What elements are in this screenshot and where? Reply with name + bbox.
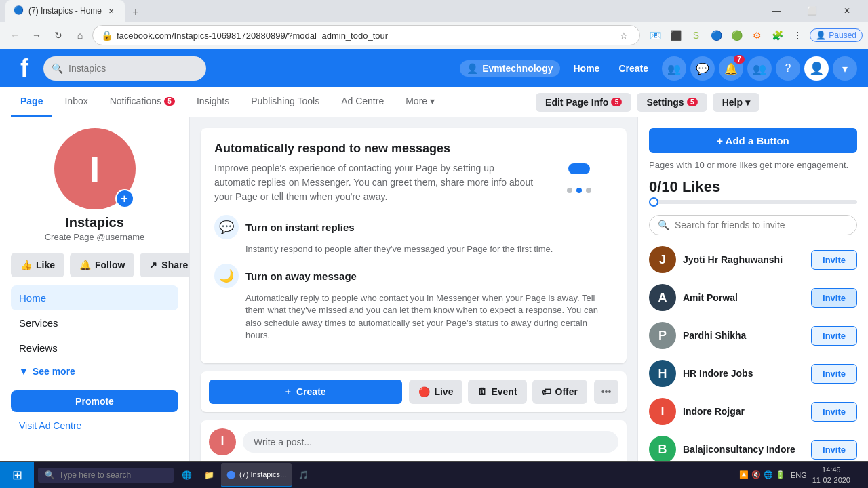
reload-btn[interactable]: ↻ (49, 26, 68, 45)
offer-btn[interactable]: 🏷 Offer (532, 380, 587, 404)
live-icon: 🔴 (418, 386, 430, 397)
create-btn[interactable]: + Create (209, 380, 402, 404)
invite-btn-4[interactable]: Invite (811, 364, 857, 384)
invite-search-input[interactable] (675, 220, 848, 230)
edit-page-btn[interactable]: Edit Page Info 5 (536, 93, 631, 112)
minimize-btn[interactable]: — (761, 0, 792, 22)
address-bar[interactable]: 🔒 facebook.com/Instapics-106981720880899… (92, 25, 640, 45)
promote-btn[interactable]: Promote (11, 390, 178, 412)
page-username: Create Page @username (45, 232, 145, 242)
sidebar-nav-reviews[interactable]: Reviews (11, 336, 178, 361)
browser-profile-btn[interactable]: 👤 Paused (810, 28, 863, 42)
active-tab[interactable]: 🔵 (7) Instapics - Home ✕ (5, 0, 125, 22)
start-btn[interactable]: ⊞ (0, 462, 34, 489)
taskbar-item-chrome[interactable]: ⬤ (7) Instapics... (221, 463, 292, 487)
close-btn[interactable]: ✕ (831, 0, 863, 22)
tab-title: (7) Instapics - Home (28, 6, 102, 16)
fb-username: Evmtechnology (482, 63, 553, 74)
follow-icon: 🔔 (79, 260, 91, 270)
taskbar-item-music[interactable]: 🎵 (293, 463, 314, 487)
maximize-btn[interactable]: ⬜ (796, 0, 827, 22)
puzzle-icon[interactable]: 🧩 (768, 26, 787, 45)
bookmark-icon[interactable]: ☆ (616, 28, 631, 43)
fb-user-btn[interactable]: 👤 Evmtechnology (460, 60, 559, 77)
follow-btn[interactable]: 🔔 Follow (70, 253, 134, 277)
add-button-btn[interactable]: + Add a Button (649, 128, 857, 153)
message-card-dots (567, 188, 591, 193)
chevron-down-icon: ▾ (842, 62, 848, 75)
create-more-btn[interactable]: ••• (594, 380, 618, 404)
page-nav-publishing-tools[interactable]: Publishing Tools (241, 87, 329, 117)
taskbar-item-edge[interactable]: 🌐 (176, 463, 197, 487)
page-nav-more[interactable]: More ▾ (396, 87, 444, 117)
invite-btn-5[interactable]: Invite (811, 402, 857, 422)
tray-icon-2: 🔇 (751, 470, 761, 479)
fb-help-icon[interactable]: ? (776, 56, 800, 81)
write-post-input[interactable]: Write a post... (243, 431, 618, 453)
likes-progress-bar (649, 200, 857, 204)
page-nav-ad-centre[interactable]: Ad Centre (332, 87, 393, 117)
new-tab-btn[interactable]: + (126, 3, 145, 22)
fb-nav-home[interactable]: Home (566, 59, 608, 78)
taskbar-search[interactable]: 🔍 Type here to search (38, 468, 174, 483)
invite-btn-6[interactable]: Invite (811, 440, 857, 460)
messenger-icon: 💬 (696, 62, 709, 75)
taskbar-clock: 14:49 11-02-2020 (812, 465, 850, 485)
likes-counter: 0/10 Likes (649, 178, 857, 196)
message-card-btn[interactable] (568, 163, 590, 174)
share-icon: ↗ (149, 260, 157, 270)
fb-groups-icon[interactable]: 👥 (747, 56, 772, 81)
fb-notifications-icon[interactable]: 🔔 7 (719, 56, 743, 81)
tab-close-btn[interactable]: ✕ (106, 5, 117, 16)
page-nav-notifications[interactable]: Notifications 5 (100, 87, 184, 117)
page-nav-inbox[interactable]: Inbox (55, 87, 97, 117)
write-post-top: I Write a post... (209, 428, 618, 455)
message-card-title: Automatically respond to new messages (214, 142, 537, 156)
fb-dropdown-icon[interactable]: ▾ (833, 56, 857, 81)
question-mark-icon: ? (785, 62, 791, 75)
sidebar-see-more-btn[interactable]: ▼ See more (11, 361, 178, 382)
settings-btn[interactable]: Settings 5 (637, 93, 707, 112)
invite-btn-2[interactable]: Invite (811, 288, 857, 308)
ext-icon-6[interactable]: ⚙ (747, 26, 766, 45)
like-btn[interactable]: 👍 Like (11, 253, 64, 277)
away-message-section: 🌙 Turn on away message Automatically rep… (214, 264, 613, 342)
home-btn[interactable]: ⌂ (71, 26, 90, 45)
settings-icon[interactable]: ⋮ (788, 26, 807, 45)
secure-icon: 🔒 (101, 30, 113, 41)
sidebar-nav-services[interactable]: Services (11, 310, 178, 336)
live-btn[interactable]: 🔴 Live (409, 380, 462, 404)
ext-icon-4[interactable]: 🔵 (707, 26, 726, 45)
taskbar-item-explorer[interactable]: 📁 (199, 463, 220, 487)
shopify-ext-icon[interactable]: S (686, 26, 705, 45)
avatar-add-btn[interactable]: + (115, 189, 134, 208)
page-actions: 👍 Like 🔔 Follow ↗ Share ••• (11, 253, 178, 277)
fb-messenger-icon[interactable]: 💬 (690, 56, 715, 81)
system-tray: 🔼 🔇 🌐 🔋 (739, 470, 785, 479)
page-nav-page[interactable]: Page (11, 87, 52, 117)
invite-btn-3[interactable]: Invite (811, 326, 857, 346)
help-btn[interactable]: Help ▾ (713, 93, 760, 112)
fb-user-avatar[interactable]: 👤 (804, 56, 829, 81)
sidebar-nav-home[interactable]: Home (11, 285, 178, 310)
right-sidebar: + Add a Button Pages with 10 or more lik… (637, 117, 868, 475)
ext-icon-5[interactable]: 🟢 (727, 26, 746, 45)
back-btn[interactable]: ← (5, 26, 24, 45)
invite-search[interactable]: 🔍 (649, 215, 857, 235)
show-desktop-btn[interactable] (856, 463, 861, 487)
taskbar-search-placeholder: Type here to search (59, 470, 131, 480)
ext-icon-2[interactable]: ⬛ (666, 26, 685, 45)
fb-search-bar[interactable]: 🔍 (43, 56, 206, 81)
fb-nav-create[interactable]: Create (610, 59, 656, 78)
event-btn[interactable]: 🗓 Event (468, 380, 526, 404)
tray-icon-4: 🔋 (776, 470, 785, 479)
gmail-ext-icon[interactable]: 📧 (646, 26, 665, 45)
page-nav-insights[interactable]: Insights (187, 87, 239, 117)
fb-friends-icon[interactable]: 👥 (662, 56, 686, 81)
title-bar-controls: — ⬜ ✕ (761, 0, 863, 22)
forward-btn[interactable]: → (27, 26, 46, 45)
invite-btn-1[interactable]: Invite (811, 250, 857, 270)
share-btn[interactable]: ↗ Share (140, 253, 190, 277)
visit-ad-centre-link[interactable]: Visit Ad Centre (11, 418, 178, 434)
fb-search-input[interactable] (68, 63, 198, 74)
